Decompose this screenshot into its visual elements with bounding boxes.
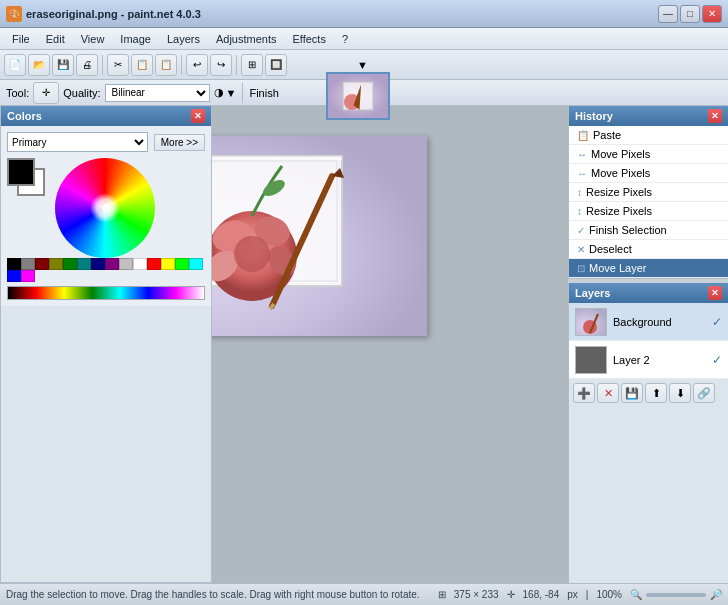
- menu-image[interactable]: Image: [112, 31, 159, 47]
- history-resize2-icon: ↕: [577, 206, 582, 217]
- color-palette: [7, 258, 205, 282]
- palette-color-swatch[interactable]: [147, 258, 161, 270]
- zoom-out-icon[interactable]: 🔍: [630, 589, 642, 600]
- colors-top-controls: Primary Secondary More >>: [7, 132, 205, 152]
- color-mode-select[interactable]: Primary Secondary: [7, 132, 148, 152]
- new-button[interactable]: 📄: [4, 54, 26, 76]
- history-move1-label: Move Pixels: [591, 148, 650, 160]
- history-panel-header: History ✕: [569, 106, 728, 126]
- history-paste-icon: 📋: [577, 130, 589, 141]
- menu-effects[interactable]: Effects: [285, 31, 334, 47]
- history-item-move1[interactable]: ↔ Move Pixels: [569, 145, 728, 164]
- colors-body: Primary Secondary More >>: [1, 126, 211, 306]
- menu-help[interactable]: ?: [334, 31, 356, 47]
- menu-layers[interactable]: Layers: [159, 31, 208, 47]
- color-wheel[interactable]: [55, 158, 155, 258]
- redo-button[interactable]: ↪: [210, 54, 232, 76]
- zoom-in-icon[interactable]: 🔎: [710, 589, 722, 600]
- history-item-finish[interactable]: ✓ Finish Selection: [569, 221, 728, 240]
- undo-button[interactable]: ↩: [186, 54, 208, 76]
- palette-color-swatch[interactable]: [35, 258, 49, 270]
- palette-color-swatch[interactable]: [91, 258, 105, 270]
- cursor-icon: ✛: [507, 589, 515, 600]
- zoom-slider[interactable]: [646, 593, 706, 597]
- history-resize1-label: Resize Pixels: [586, 186, 652, 198]
- finish-label: Finish: [249, 87, 278, 99]
- menu-view[interactable]: View: [73, 31, 113, 47]
- colors-panel-close[interactable]: ✕: [191, 109, 205, 123]
- history-item-movelayer[interactable]: ⊡ Move Layer: [569, 259, 728, 278]
- history-panel-close[interactable]: ✕: [708, 109, 722, 123]
- tab-preview[interactable]: [326, 72, 390, 120]
- history-item-resize2[interactable]: ↕ Resize Pixels: [569, 202, 728, 221]
- layers-add-button[interactable]: ➕: [573, 383, 595, 403]
- print-button[interactable]: 🖨: [76, 54, 98, 76]
- title-bar: 🎨 eraseoriginal.png - paint.net 4.0.3 — …: [0, 0, 728, 28]
- palette-color-swatch[interactable]: [175, 258, 189, 270]
- more-colors-button[interactable]: More >>: [154, 134, 205, 151]
- palette-color-swatch[interactable]: [161, 258, 175, 270]
- grid-button[interactable]: ⊞: [241, 54, 263, 76]
- palette-color-swatch[interactable]: [7, 258, 21, 270]
- history-item-resize1[interactable]: ↕ Resize Pixels: [569, 183, 728, 202]
- history-finish-label: Finish Selection: [589, 224, 667, 236]
- history-move2-icon: ↔: [577, 168, 587, 179]
- paste-button[interactable]: 📋: [155, 54, 177, 76]
- history-item-deselect[interactable]: ✕ Deselect: [569, 240, 728, 259]
- history-item-paste[interactable]: 📋 Paste: [569, 126, 728, 145]
- palette-color-swatch[interactable]: [119, 258, 133, 270]
- layers-properties-button[interactable]: 🔗: [693, 383, 715, 403]
- palette-color-swatch[interactable]: [105, 258, 119, 270]
- tab-dropdown[interactable]: ▼: [357, 59, 368, 71]
- cut-button[interactable]: ✂: [107, 54, 129, 76]
- right-panels: History ✕ 📋 Paste ↔ Move Pixels ↔ Move P…: [568, 106, 728, 583]
- history-list[interactable]: 📋 Paste ↔ Move Pixels ↔ Move Pixels ↕ Re…: [569, 126, 728, 278]
- foreground-color-swatch[interactable]: [7, 158, 35, 186]
- maximize-button[interactable]: □: [680, 5, 700, 23]
- history-deselect-label: Deselect: [589, 243, 632, 255]
- minimize-button[interactable]: —: [658, 5, 678, 23]
- layer-item-background[interactable]: Background ✓: [569, 303, 728, 341]
- open-button[interactable]: 📂: [28, 54, 50, 76]
- menu-adjustments[interactable]: Adjustments: [208, 31, 285, 47]
- close-button[interactable]: ✕: [702, 5, 722, 23]
- layers-panel-close[interactable]: ✕: [708, 286, 722, 300]
- palette-color-swatch[interactable]: [77, 258, 91, 270]
- layer-background-visibility[interactable]: ✓: [712, 315, 722, 329]
- history-movelayer-label: Move Layer: [589, 262, 646, 274]
- layers-list: Background ✓ Layer 2 ✓: [569, 303, 728, 379]
- color-wheel-container[interactable]: [55, 158, 155, 258]
- palette-color-swatch[interactable]: [49, 258, 63, 270]
- layers-panel-title: Layers: [575, 287, 610, 299]
- main-toolbar: 📄 📂 💾 🖨 ✂ 📋 📋 ↩ ↪ ⊞ 🔲 ▼: [0, 50, 728, 80]
- view-button[interactable]: 🔲: [265, 54, 287, 76]
- status-coords: ⊞ 375 × 233 ✛ 168, -84 px | 100% 🔍 🔎: [438, 589, 722, 600]
- tool-icon-button[interactable]: ✛: [33, 82, 59, 104]
- layers-move-down-button[interactable]: ⬇: [669, 383, 691, 403]
- copy-button[interactable]: 📋: [131, 54, 153, 76]
- layer-background-name: Background: [613, 316, 706, 328]
- wheel-cursor: [103, 204, 111, 212]
- history-item-move2[interactable]: ↔ Move Pixels: [569, 164, 728, 183]
- menu-file[interactable]: File: [4, 31, 38, 47]
- palette-color-swatch[interactable]: [7, 270, 21, 282]
- quality-select[interactable]: Bilinear Nearest Neighbor Bicubic: [105, 84, 210, 102]
- app-icon: 🎨: [6, 6, 22, 22]
- toolbar-separator-1: [102, 55, 103, 75]
- palette-color-swatch[interactable]: [189, 258, 203, 270]
- menu-edit[interactable]: Edit: [38, 31, 73, 47]
- layers-duplicate-button[interactable]: 💾: [621, 383, 643, 403]
- color-swatches: [7, 158, 205, 208]
- layer-item-2[interactable]: Layer 2 ✓: [569, 341, 728, 379]
- palette-color-swatch[interactable]: [63, 258, 77, 270]
- palette-color-swatch[interactable]: [21, 270, 35, 282]
- unit-label: px: [567, 589, 578, 600]
- layer-2-visibility[interactable]: ✓: [712, 353, 722, 367]
- layers-delete-button[interactable]: ✕: [597, 383, 619, 403]
- cursor-coords: 168, -84: [523, 589, 560, 600]
- palette-color-swatch[interactable]: [133, 258, 147, 270]
- save-button[interactable]: 💾: [52, 54, 74, 76]
- palette-color-swatch[interactable]: [21, 258, 35, 270]
- layers-move-up-button[interactable]: ⬆: [645, 383, 667, 403]
- layers-panel-header: Layers ✕: [569, 283, 728, 303]
